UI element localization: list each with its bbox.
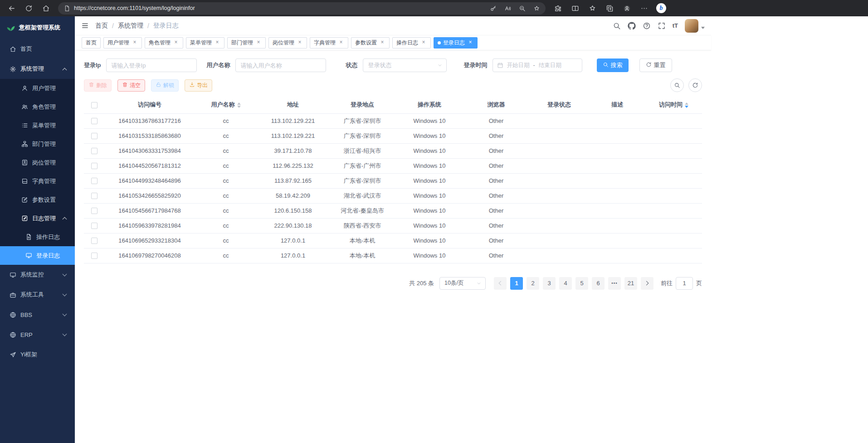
row-checkbox[interactable] xyxy=(91,178,98,184)
fullscreen-icon[interactable] xyxy=(658,22,666,30)
export-button[interactable]: 导出 xyxy=(185,79,212,92)
username-input[interactable] xyxy=(235,58,326,72)
tab-post-management[interactable]: 岗位管理× xyxy=(268,37,307,49)
sidebar-item-system-tools[interactable]: 系统工具 xyxy=(0,285,75,305)
zoom-out-icon[interactable] xyxy=(515,3,529,14)
select-all-checkbox[interactable] xyxy=(91,102,98,108)
help-icon[interactable] xyxy=(643,22,651,30)
app-logo[interactable]: 意框架管理系统 xyxy=(0,16,75,39)
tab-dept-management[interactable]: 部门管理× xyxy=(227,37,266,49)
split-screen-button[interactable] xyxy=(566,1,584,15)
sidebar-item-erp[interactable]: ERP xyxy=(0,325,75,345)
clear-button[interactable]: 清空 xyxy=(117,79,145,92)
row-checkbox[interactable] xyxy=(91,193,98,199)
password-key-icon[interactable] xyxy=(486,3,500,14)
page-size-select[interactable]: 10条/页 xyxy=(439,277,486,290)
close-tab-icon[interactable]: × xyxy=(338,39,344,46)
read-aloud-icon[interactable] xyxy=(501,3,514,14)
row-checkbox[interactable] xyxy=(91,118,98,124)
close-tab-icon[interactable]: × xyxy=(214,39,220,46)
back-button[interactable] xyxy=(3,1,20,15)
collections-button[interactable] xyxy=(601,1,618,15)
address-bar[interactable]: https://ccnetcore.com:1101/system/log/lo… xyxy=(58,2,546,15)
font-size-icon[interactable]: tT xyxy=(673,22,678,29)
sidebar-item-role-management[interactable]: 角色管理 xyxy=(0,97,75,116)
sidebar-item-operation-log[interactable]: 操作日志 xyxy=(0,228,75,246)
close-tab-icon[interactable]: × xyxy=(297,39,303,46)
row-checkbox[interactable] xyxy=(91,238,98,244)
row-checkbox[interactable] xyxy=(91,208,98,214)
refresh-table-button[interactable] xyxy=(688,78,702,92)
copilot-button[interactable]: b xyxy=(653,1,670,15)
login-ip-input[interactable] xyxy=(106,58,197,72)
user-menu[interactable] xyxy=(685,19,705,33)
breadcrumb-item[interactable]: 系统管理 xyxy=(118,22,143,30)
tab-role-management[interactable]: 角色管理× xyxy=(145,37,183,49)
sort-icons[interactable] xyxy=(237,102,241,108)
sidebar-item-log-management[interactable]: 日志管理 xyxy=(0,209,75,228)
date-range-picker[interactable]: 开始日期 - 结束日期 xyxy=(493,58,582,72)
tab-operation-log[interactable]: 操作日志× xyxy=(392,37,431,49)
header-search-icon[interactable] xyxy=(613,22,621,30)
tab-dict-management[interactable]: 字典管理× xyxy=(310,37,348,49)
refresh-button[interactable] xyxy=(20,1,37,15)
row-checkbox[interactable] xyxy=(91,163,98,169)
close-tab-icon[interactable]: × xyxy=(467,39,473,46)
sidebar-item-system-monitor[interactable]: 系统监控 xyxy=(0,265,75,285)
column-header[interactable]: 访问时间 xyxy=(645,97,702,113)
more-options-button[interactable] xyxy=(635,1,653,15)
profile-button[interactable] xyxy=(618,1,635,15)
github-icon[interactable] xyxy=(628,22,636,30)
home-button[interactable] xyxy=(37,1,54,15)
sidebar-item-dept-management[interactable]: 部门管理 xyxy=(0,135,75,153)
reset-button[interactable]: 重置 xyxy=(639,58,672,72)
unlock-button[interactable]: 解锁 xyxy=(151,79,179,92)
page-button-3[interactable]: 3 xyxy=(543,277,556,290)
page-button-4[interactable]: 4 xyxy=(559,277,572,290)
sidebar-item-system-management[interactable]: 系统管理 xyxy=(0,59,75,79)
row-checkbox[interactable] xyxy=(91,223,98,229)
delete-button[interactable]: 删除 xyxy=(84,79,112,92)
sidebar-item-home[interactable]: 首页 xyxy=(0,39,75,59)
favorites-button[interactable] xyxy=(584,1,601,15)
row-checkbox[interactable] xyxy=(91,148,98,154)
next-page-button[interactable] xyxy=(641,277,653,290)
tab-menu-management[interactable]: 菜单管理× xyxy=(186,37,224,49)
add-favorite-icon[interactable] xyxy=(530,3,543,14)
row-checkbox[interactable] xyxy=(91,253,98,259)
tab-login-log[interactable]: 登录日志× xyxy=(434,37,478,49)
column-header[interactable]: 用户名称 xyxy=(195,97,257,113)
sort-icons[interactable] xyxy=(685,102,688,108)
close-tab-icon[interactable]: × xyxy=(255,39,262,46)
status-select[interactable]: 登录状态 xyxy=(363,58,447,72)
breadcrumb-item[interactable]: 首页 xyxy=(95,22,108,30)
close-tab-icon[interactable]: × xyxy=(379,39,385,46)
sidebar-toggle-icon[interactable] xyxy=(81,22,89,29)
page-button-2[interactable]: 2 xyxy=(527,277,539,290)
sidebar-item-login-log[interactable]: 登录日志 xyxy=(0,246,75,265)
extensions-button[interactable] xyxy=(549,1,566,15)
sidebar-item-dict-management[interactable]: 字典管理 xyxy=(0,172,75,190)
close-tab-icon[interactable]: × xyxy=(132,39,138,46)
page-button-21[interactable]: 21 xyxy=(624,277,637,290)
tab-param-settings[interactable]: 参数设置× xyxy=(351,37,390,49)
sidebar-item-yi-framework[interactable]: Yi框架 xyxy=(0,345,75,365)
page-button-1[interactable]: 1 xyxy=(510,277,523,290)
search-button[interactable]: 搜索 xyxy=(597,58,629,72)
sidebar-item-param-settings[interactable]: 参数设置 xyxy=(0,190,75,209)
sidebar-item-bbs[interactable]: BBS xyxy=(0,305,75,325)
sidebar-item-menu-management[interactable]: 菜单管理 xyxy=(0,116,75,135)
row-checkbox[interactable] xyxy=(91,133,98,139)
page-button-6[interactable]: 6 xyxy=(592,277,605,290)
goto-page-input[interactable] xyxy=(676,277,693,290)
tab-home[interactable]: 首页 xyxy=(82,37,101,49)
toggle-search-button[interactable] xyxy=(670,78,684,92)
close-tab-icon[interactable]: × xyxy=(420,39,427,46)
sidebar-item-post-management[interactable]: 岗位管理 xyxy=(0,153,75,172)
more-pages-button[interactable]: ••• xyxy=(608,277,621,290)
sidebar-item-user-management[interactable]: 用户管理 xyxy=(0,79,75,97)
close-tab-icon[interactable]: × xyxy=(173,39,179,46)
prev-page-button[interactable] xyxy=(494,277,507,290)
page-button-5[interactable]: 5 xyxy=(575,277,588,290)
breadcrumb-item[interactable]: 登录日志 xyxy=(153,22,179,30)
